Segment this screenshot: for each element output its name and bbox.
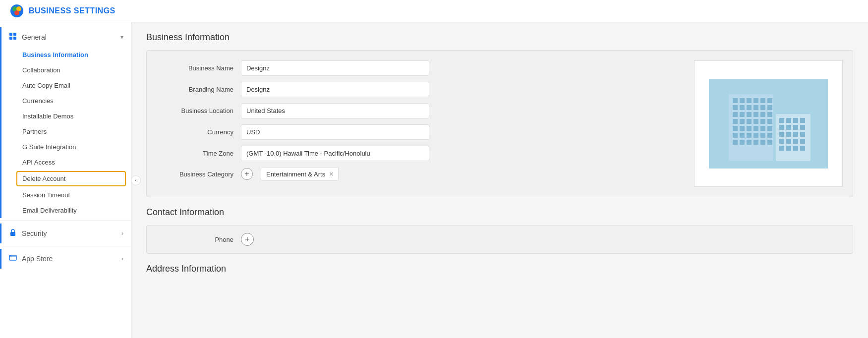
sidebar-item-collaboration[interactable]: Collaboration (1, 62, 131, 78)
svg-rect-40 (760, 126, 765, 131)
svg-rect-72 (786, 146, 791, 151)
sidebar-section-general-header[interactable]: General ▾ (1, 27, 131, 47)
branding-name-label: Branding Name (157, 86, 241, 93)
svg-rect-43 (740, 133, 745, 138)
svg-rect-56 (786, 118, 791, 123)
category-field: + Entertainment & Arts × (241, 167, 339, 181)
svg-rect-31 (740, 119, 745, 124)
svg-rect-70 (800, 139, 805, 144)
currency-row: Currency (157, 124, 684, 140)
general-icon (9, 32, 17, 42)
svg-rect-47 (767, 133, 772, 138)
currency-label: Currency (157, 128, 241, 136)
svg-rect-41 (767, 126, 772, 131)
svg-rect-35 (767, 119, 772, 124)
svg-point-10 (10, 256, 11, 257)
sidebar-section-app-store-header[interactable]: App Store › (1, 249, 131, 269)
general-chevron-icon: ▾ (120, 34, 123, 41)
security-chevron-icon: › (121, 230, 123, 237)
svg-rect-21 (753, 105, 758, 110)
svg-rect-65 (793, 132, 798, 137)
add-phone-button[interactable]: + (241, 233, 254, 246)
add-phone-icon: + (245, 235, 249, 244)
business-location-input[interactable] (241, 103, 429, 118)
svg-rect-46 (760, 133, 765, 138)
category-tag: Entertainment & Arts × (261, 167, 339, 181)
app-store-icon (9, 254, 17, 264)
svg-rect-52 (760, 140, 765, 145)
svg-rect-4 (9, 33, 12, 36)
svg-rect-5 (13, 33, 16, 36)
timezone-row: Time Zone (157, 146, 684, 161)
sidebar-item-business-information[interactable]: Business Information (1, 47, 131, 62)
sidebar-item-g-suite-integration[interactable]: G Suite Integration (1, 139, 131, 155)
sidebar-section-security-header[interactable]: Security › (1, 224, 131, 243)
sidebar-item-api-access[interactable]: API Access (1, 155, 131, 170)
sidebar-section-app-store: App Store › (0, 249, 131, 269)
svg-rect-27 (753, 112, 758, 117)
sidebar-item-email-deliverability[interactable]: Email Deliverability (1, 203, 131, 218)
sidebar-item-partners[interactable]: Partners (1, 124, 131, 139)
business-category-label: Business Category (157, 170, 241, 178)
svg-rect-25 (740, 112, 745, 117)
sidebar-item-currencies[interactable]: Currencies (1, 93, 131, 109)
sidebar-item-installable-demos[interactable]: Installable Demos (1, 109, 131, 124)
app-header: BUSINESS SETTINGS (0, 0, 868, 22)
branding-name-row: Branding Name (157, 82, 684, 97)
collapse-arrow-icon: ‹ (135, 177, 136, 183)
svg-rect-64 (786, 132, 791, 137)
svg-rect-55 (779, 118, 784, 123)
sidebar-divider-1 (0, 221, 131, 221)
security-section-label: Security (22, 229, 121, 237)
app-logo (10, 4, 24, 18)
svg-rect-58 (800, 118, 805, 123)
svg-rect-48 (733, 140, 738, 145)
business-info-card: Business Name Branding Name Business Loc… (146, 50, 853, 197)
building-svg (719, 89, 818, 164)
add-category-icon: + (244, 169, 249, 178)
svg-rect-28 (760, 112, 765, 117)
add-category-button[interactable]: + (241, 168, 253, 180)
svg-rect-20 (747, 105, 752, 110)
business-location-row: Business Location (157, 103, 684, 118)
phone-label: Phone (157, 236, 241, 243)
svg-rect-19 (740, 105, 745, 110)
svg-rect-67 (779, 139, 784, 144)
timezone-input[interactable] (241, 146, 429, 161)
svg-rect-36 (733, 126, 738, 131)
svg-rect-8 (10, 232, 15, 236)
svg-rect-17 (767, 98, 772, 103)
svg-rect-51 (753, 140, 758, 145)
sidebar-item-session-timeout[interactable]: Session Timeout (1, 187, 131, 203)
phone-row: Phone + (157, 233, 843, 246)
timezone-label: Time Zone (157, 150, 241, 157)
sidebar-collapse-button[interactable]: ‹ (131, 175, 141, 185)
sidebar-divider-2 (0, 246, 131, 246)
sidebar: General ▾ Business Information Collabora… (0, 22, 131, 338)
svg-rect-44 (747, 133, 752, 138)
branding-name-input[interactable] (241, 82, 429, 97)
sidebar-item-auto-copy-email[interactable]: Auto Copy Email (1, 78, 131, 93)
sidebar-section-security: Security › (0, 224, 131, 243)
sidebar-item-delete-account[interactable]: Delete Account (16, 171, 126, 186)
svg-rect-15 (753, 98, 758, 103)
remove-category-icon[interactable]: × (329, 170, 333, 178)
contact-info-card: Phone + (146, 225, 853, 254)
svg-rect-29 (767, 112, 772, 117)
svg-rect-34 (760, 119, 765, 124)
security-icon (9, 228, 17, 238)
app-store-chevron-icon: › (121, 255, 123, 262)
business-info-title: Business Information (146, 32, 853, 43)
svg-rect-6 (9, 37, 12, 40)
currency-input[interactable] (241, 124, 429, 140)
svg-rect-50 (747, 140, 752, 145)
svg-rect-32 (747, 119, 752, 124)
business-name-input[interactable] (241, 60, 429, 76)
business-category-row: Business Category + Entertainment & Arts… (157, 167, 684, 181)
svg-rect-59 (779, 125, 784, 130)
svg-rect-60 (786, 125, 791, 130)
main-layout: General ▾ Business Information Collabora… (0, 22, 868, 338)
svg-rect-14 (747, 98, 752, 103)
svg-rect-61 (793, 125, 798, 130)
svg-rect-69 (793, 139, 798, 144)
